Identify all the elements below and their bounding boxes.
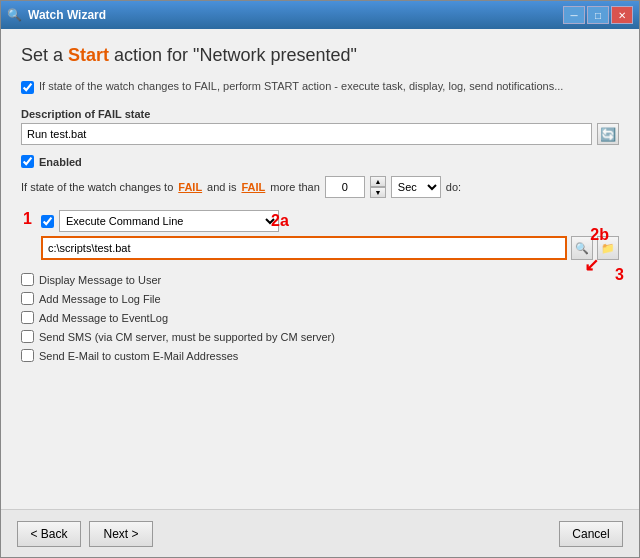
annotation-arrow-3: ↙ — [584, 254, 599, 276]
fail-more-than: more than — [270, 181, 320, 193]
execute-dropdown[interactable]: Execute Command Line — [59, 210, 279, 232]
window-icon: 🔍 — [7, 8, 22, 22]
title-bar: 🔍 Watch Wizard ─ □ ✕ — [1, 1, 639, 29]
option-log-label: Add Message to Log File — [39, 293, 161, 305]
title-rest: action for "Network presented" — [109, 45, 357, 65]
title-bar-left: 🔍 Watch Wizard — [7, 8, 106, 22]
page-title: Set a Start action for "Network presente… — [21, 45, 619, 66]
annotation-3: 3 — [615, 266, 624, 284]
minimize-button[interactable]: ─ — [563, 6, 585, 24]
close-button[interactable]: ✕ — [611, 6, 633, 24]
description-label: Description of FAIL state — [21, 108, 619, 120]
option-sms-checkbox[interactable] — [21, 330, 34, 343]
footer-left-buttons: < Back Next > — [17, 521, 153, 547]
enabled-checkbox[interactable] — [21, 155, 34, 168]
option-row-sms: Send SMS (via CM server, must be support… — [21, 327, 619, 346]
option-display-checkbox[interactable] — [21, 273, 34, 286]
execute-command-section: Execute Command Line 2a 🔍 📁 2b ↙ 3 — [41, 210, 619, 260]
unit-select[interactable]: Sec Min Hour — [391, 176, 441, 198]
refresh-button[interactable]: 🔄 — [597, 123, 619, 145]
option-log-checkbox[interactable] — [21, 292, 34, 305]
description-section: Description of FAIL state 🔄 — [21, 108, 619, 145]
option-eventlog-checkbox[interactable] — [21, 311, 34, 324]
enabled-label: Enabled — [39, 156, 82, 168]
annotation-2a: 2a — [271, 212, 289, 230]
options-section: Display Message to User Add Message to L… — [21, 270, 619, 365]
back-button[interactable]: < Back — [17, 521, 81, 547]
top-checkbox[interactable] — [21, 81, 34, 94]
spin-up-button[interactable]: ▲ — [370, 176, 386, 187]
option-row-display: Display Message to User — [21, 270, 619, 289]
command-header: Execute Command Line 2a — [41, 210, 619, 232]
watch-wizard-window: 🔍 Watch Wizard ─ □ ✕ Set a Start action … — [0, 0, 640, 558]
fail-word-2: FAIL — [241, 181, 265, 193]
annotation-2b: 2b — [590, 226, 609, 244]
description-input-row: 🔄 — [21, 123, 619, 145]
title-controls: ─ □ ✕ — [563, 6, 633, 24]
execute-section-wrapper: 1 Execute Command Line 2a 🔍 📁 — [41, 210, 619, 260]
footer: < Back Next > Cancel — [1, 509, 639, 557]
fail-row: If state of the watch changes to FAIL an… — [21, 176, 619, 198]
fail-prefix: If state of the watch changes to — [21, 181, 173, 193]
fail-word-1: FAIL — [178, 181, 202, 193]
window-title: Watch Wizard — [28, 8, 106, 22]
spin-down-button[interactable]: ▼ — [370, 187, 386, 198]
next-button[interactable]: Next > — [89, 521, 153, 547]
command-path-input[interactable] — [41, 236, 567, 260]
title-set-a: Set a — [21, 45, 68, 65]
top-info-row: If state of the watch changes to FAIL, p… — [21, 80, 619, 94]
option-sms-label: Send SMS (via CM server, must be support… — [39, 331, 335, 343]
cancel-button[interactable]: Cancel — [559, 521, 623, 547]
option-email-checkbox[interactable] — [21, 349, 34, 362]
main-content: Set a Start action for "Network presente… — [1, 29, 639, 509]
search-icon: 🔍 — [575, 242, 589, 255]
command-input-row: 🔍 📁 2b ↙ 3 — [41, 236, 619, 260]
option-eventlog-label: Add Message to EventLog — [39, 312, 168, 324]
top-checkbox-label: If state of the watch changes to FAIL, p… — [39, 80, 563, 92]
option-row-email: Send E-Mail to custom E-Mail Addresses — [21, 346, 619, 365]
refresh-icon: 🔄 — [600, 127, 616, 142]
annotation-1: 1 — [23, 210, 32, 228]
fail-suffix: do: — [446, 181, 461, 193]
title-start-word: Start — [68, 45, 109, 65]
spin-buttons: ▲ ▼ — [370, 176, 386, 198]
option-email-label: Send E-Mail to custom E-Mail Addresses — [39, 350, 238, 362]
option-row-log: Add Message to Log File — [21, 289, 619, 308]
option-display-label: Display Message to User — [39, 274, 161, 286]
option-row-eventlog: Add Message to EventLog — [21, 308, 619, 327]
execute-checkbox[interactable] — [41, 215, 54, 228]
maximize-button[interactable]: □ — [587, 6, 609, 24]
fail-number-input[interactable] — [325, 176, 365, 198]
enabled-row: Enabled — [21, 155, 619, 168]
description-input[interactable] — [21, 123, 592, 145]
fail-middle: and is — [207, 181, 236, 193]
